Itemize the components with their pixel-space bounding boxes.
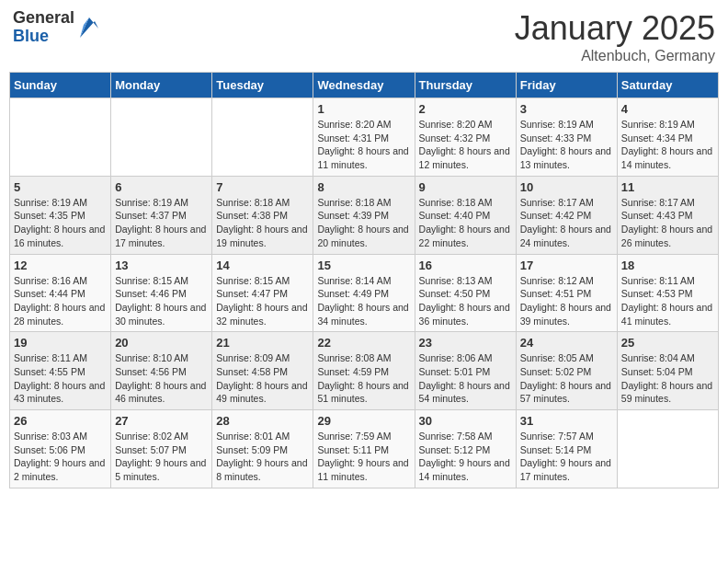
- day-number: 29: [317, 414, 410, 428]
- calendar-header-row: SundayMondayTuesdayWednesdayThursdayFrid…: [10, 73, 719, 98]
- calendar-cell: 5Sunrise: 8:19 AM Sunset: 4:35 PM Daylig…: [10, 176, 111, 254]
- day-info: Sunrise: 8:17 AM Sunset: 4:43 PM Dayligh…: [621, 196, 714, 250]
- day-info: Sunrise: 8:18 AM Sunset: 4:39 PM Dayligh…: [317, 196, 410, 250]
- calendar-cell: 26Sunrise: 8:03 AM Sunset: 5:06 PM Dayli…: [10, 410, 111, 488]
- day-info: Sunrise: 7:58 AM Sunset: 5:12 PM Dayligh…: [419, 430, 512, 484]
- calendar-cell: 18Sunrise: 8:11 AM Sunset: 4:53 PM Dayli…: [617, 254, 718, 332]
- calendar-cell: 24Sunrise: 8:05 AM Sunset: 5:02 PM Dayli…: [516, 332, 617, 410]
- calendar-cell: 14Sunrise: 8:15 AM Sunset: 4:47 PM Dayli…: [212, 254, 313, 332]
- day-info: Sunrise: 8:06 AM Sunset: 5:01 PM Dayligh…: [419, 351, 512, 406]
- day-number: 26: [14, 414, 107, 428]
- calendar-cell: 29Sunrise: 7:59 AM Sunset: 5:11 PM Dayli…: [313, 410, 415, 488]
- calendar-cell: 13Sunrise: 8:15 AM Sunset: 4:46 PM Dayli…: [111, 254, 212, 332]
- day-number: 10: [520, 180, 613, 194]
- day-number: 18: [621, 259, 714, 272]
- logo-general-text: General: [13, 9, 74, 28]
- calendar-header-monday: Monday: [111, 73, 212, 98]
- calendar-cell: 9Sunrise: 8:18 AM Sunset: 4:40 PM Daylig…: [415, 176, 516, 254]
- calendar-cell: 25Sunrise: 8:04 AM Sunset: 5:04 PM Dayli…: [617, 332, 718, 410]
- calendar-cell: 16Sunrise: 8:13 AM Sunset: 4:50 PM Dayli…: [415, 254, 516, 332]
- day-info: Sunrise: 8:20 AM Sunset: 4:32 PM Dayligh…: [419, 118, 512, 172]
- day-info: Sunrise: 8:11 AM Sunset: 4:55 PM Dayligh…: [14, 351, 107, 406]
- calendar-cell: 22Sunrise: 8:08 AM Sunset: 4:59 PM Dayli…: [313, 332, 415, 410]
- svg-marker-0: [80, 17, 98, 38]
- day-number: 30: [419, 414, 512, 428]
- calendar-cell: 21Sunrise: 8:09 AM Sunset: 4:58 PM Dayli…: [212, 332, 313, 410]
- day-info: Sunrise: 8:09 AM Sunset: 4:58 PM Dayligh…: [216, 351, 309, 406]
- calendar-cell: 17Sunrise: 8:12 AM Sunset: 4:51 PM Dayli…: [516, 254, 617, 332]
- calendar-header-thursday: Thursday: [415, 73, 516, 98]
- calendar-header-wednesday: Wednesday: [313, 73, 415, 98]
- calendar-week-row: 5Sunrise: 8:19 AM Sunset: 4:35 PM Daylig…: [10, 176, 719, 254]
- day-info: Sunrise: 8:19 AM Sunset: 4:34 PM Dayligh…: [621, 118, 714, 172]
- logo: General Blue: [13, 9, 98, 46]
- day-number: 15: [317, 259, 410, 272]
- day-info: Sunrise: 8:03 AM Sunset: 5:06 PM Dayligh…: [14, 430, 107, 484]
- day-number: 1: [317, 102, 410, 116]
- day-info: Sunrise: 8:19 AM Sunset: 4:33 PM Dayligh…: [520, 118, 613, 172]
- day-number: 17: [520, 259, 613, 272]
- day-number: 9: [419, 180, 512, 194]
- logo-blue-text: Blue: [13, 28, 74, 46]
- day-info: Sunrise: 7:59 AM Sunset: 5:11 PM Dayligh…: [317, 430, 410, 484]
- calendar-week-row: 26Sunrise: 8:03 AM Sunset: 5:06 PM Dayli…: [10, 410, 719, 488]
- calendar-cell: 15Sunrise: 8:14 AM Sunset: 4:49 PM Dayli…: [313, 254, 415, 332]
- day-info: Sunrise: 8:01 AM Sunset: 5:09 PM Dayligh…: [216, 430, 309, 484]
- calendar-cell: 27Sunrise: 8:02 AM Sunset: 5:07 PM Dayli…: [111, 410, 212, 488]
- calendar-cell: [212, 98, 313, 177]
- day-number: 6: [115, 180, 208, 194]
- day-info: Sunrise: 8:14 AM Sunset: 4:49 PM Dayligh…: [317, 274, 410, 328]
- day-info: Sunrise: 8:18 AM Sunset: 4:38 PM Dayligh…: [216, 196, 309, 250]
- day-number: 19: [14, 336, 107, 350]
- title-block: January 2025 Altenbuch, Germany: [515, 9, 715, 64]
- day-info: Sunrise: 8:15 AM Sunset: 4:46 PM Dayligh…: [115, 274, 208, 328]
- day-number: 28: [216, 414, 309, 428]
- calendar-cell: 19Sunrise: 8:11 AM Sunset: 4:55 PM Dayli…: [10, 332, 111, 410]
- calendar-table: SundayMondayTuesdayWednesdayThursdayFrid…: [9, 72, 719, 488]
- day-info: Sunrise: 8:12 AM Sunset: 4:51 PM Dayligh…: [520, 274, 613, 328]
- day-info: Sunrise: 8:13 AM Sunset: 4:50 PM Dayligh…: [419, 274, 512, 328]
- day-number: 31: [520, 414, 613, 428]
- calendar-cell: 10Sunrise: 8:17 AM Sunset: 4:42 PM Dayli…: [516, 176, 617, 254]
- day-number: 21: [216, 336, 309, 350]
- day-number: 14: [216, 259, 309, 272]
- calendar-cell: 1Sunrise: 8:20 AM Sunset: 4:31 PM Daylig…: [313, 98, 415, 177]
- day-number: 22: [317, 336, 410, 350]
- day-number: 3: [520, 102, 613, 116]
- day-info: Sunrise: 8:17 AM Sunset: 4:42 PM Dayligh…: [520, 196, 613, 250]
- day-number: 13: [115, 259, 208, 272]
- day-number: 25: [621, 336, 714, 350]
- day-info: Sunrise: 8:08 AM Sunset: 4:59 PM Dayligh…: [317, 351, 410, 406]
- day-info: Sunrise: 8:15 AM Sunset: 4:47 PM Dayligh…: [216, 274, 309, 328]
- calendar-cell: 3Sunrise: 8:19 AM Sunset: 4:33 PM Daylig…: [516, 98, 617, 177]
- day-number: 12: [14, 259, 107, 272]
- calendar-cell: 7Sunrise: 8:18 AM Sunset: 4:38 PM Daylig…: [212, 176, 313, 254]
- calendar-header-friday: Friday: [516, 73, 617, 98]
- calendar-week-row: 12Sunrise: 8:16 AM Sunset: 4:44 PM Dayli…: [10, 254, 719, 332]
- day-number: 20: [115, 336, 208, 350]
- calendar-cell: 2Sunrise: 8:20 AM Sunset: 4:32 PM Daylig…: [415, 98, 516, 177]
- calendar-cell: 8Sunrise: 8:18 AM Sunset: 4:39 PM Daylig…: [313, 176, 415, 254]
- day-info: Sunrise: 8:04 AM Sunset: 5:04 PM Dayligh…: [621, 351, 714, 406]
- calendar-cell: [10, 98, 111, 177]
- day-number: 24: [520, 336, 613, 350]
- day-info: Sunrise: 8:02 AM Sunset: 5:07 PM Dayligh…: [115, 430, 208, 484]
- day-number: 11: [621, 180, 714, 194]
- calendar-cell: [617, 410, 718, 488]
- day-info: Sunrise: 8:10 AM Sunset: 4:56 PM Dayligh…: [115, 351, 208, 406]
- calendar-title: January 2025: [515, 9, 715, 48]
- day-number: 2: [419, 102, 512, 116]
- calendar-header-tuesday: Tuesday: [212, 73, 313, 98]
- day-info: Sunrise: 8:18 AM Sunset: 4:40 PM Dayligh…: [419, 196, 512, 250]
- day-number: 7: [216, 180, 309, 194]
- calendar-cell: 31Sunrise: 7:57 AM Sunset: 5:14 PM Dayli…: [516, 410, 617, 488]
- day-info: Sunrise: 8:20 AM Sunset: 4:31 PM Dayligh…: [317, 118, 410, 172]
- day-number: 27: [115, 414, 208, 428]
- page-header: General Blue January 2025 Altenbuch, Ger…: [9, 9, 719, 64]
- day-info: Sunrise: 8:05 AM Sunset: 5:02 PM Dayligh…: [520, 351, 613, 406]
- calendar-cell: 4Sunrise: 8:19 AM Sunset: 4:34 PM Daylig…: [617, 98, 718, 177]
- logo-icon: [76, 12, 98, 40]
- day-number: 4: [621, 102, 714, 116]
- day-number: 16: [419, 259, 512, 272]
- day-number: 23: [419, 336, 512, 350]
